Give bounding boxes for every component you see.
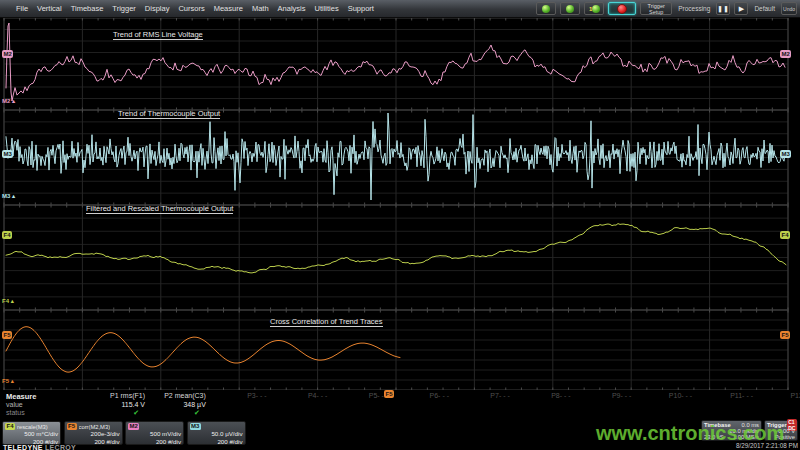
- timebase-title: Timebase: [704, 422, 731, 428]
- menu-items: FileVerticalTimebaseTriggerDisplayCursor…: [0, 4, 374, 13]
- menu-item-trigger[interactable]: Trigger: [112, 4, 135, 13]
- brand-lecroy: LECROY: [43, 444, 76, 450]
- ground-marker-M3[interactable]: M3 ▴: [2, 193, 15, 199]
- level-indicator-F5[interactable]: F5: [384, 390, 394, 398]
- annotation-M2: Trend of RMS Line Voltage: [113, 31, 203, 40]
- timebase-summary[interactable]: Timebase0.0 ms 20.0 ms/div 23.0 kS1.00 M…: [701, 420, 762, 441]
- menu-item-utilities[interactable]: Utilities: [315, 4, 339, 13]
- pause-icon: ❚❚: [717, 5, 729, 12]
- status-check-icon: ✔: [85, 409, 145, 417]
- play-icon: ▶: [739, 5, 744, 13]
- default-label: Default: [754, 5, 775, 12]
- measure-column-P4[interactable]: P4- - -: [267, 392, 327, 419]
- level-indicator-M3[interactable]: M3: [780, 150, 791, 158]
- descriptor-strip: F4rescale(M3)500 m°C/div200 #/divF5corr(…: [0, 420, 800, 450]
- menu-item-file[interactable]: File: [16, 4, 28, 13]
- channel-box-M3[interactable]: M350.0 µV/div200 #/div: [187, 421, 246, 445]
- channel-tag-M2: M2: [128, 423, 139, 430]
- timebase-samples: 23.0 kS: [704, 434, 724, 440]
- single-icon: [592, 5, 600, 13]
- measure-column-P8[interactable]: P8- - -: [511, 392, 571, 419]
- level-indicator-M2[interactable]: M2: [2, 50, 13, 58]
- level-indicator-F4[interactable]: F4: [780, 231, 790, 239]
- trigger-summary[interactable]: TriggerC1 DC 0.00 V Positive: [764, 420, 798, 441]
- measure-label: P12- - -: [754, 392, 800, 399]
- brand-logo: TELEDYNE LECROY: [3, 444, 76, 450]
- measure-label: P9- - -: [571, 392, 631, 399]
- status-check-icon: ✔: [146, 409, 206, 417]
- measure-label: P1 rms(F1): [85, 392, 145, 399]
- measure-label: P2 mean(C3): [146, 392, 206, 399]
- measure-column-P2[interactable]: P2 mean(C3)348 µV✔: [146, 392, 206, 419]
- measure-column-P1[interactable]: P1 rms(F1)115.4 V✔: [85, 392, 145, 419]
- annotation-F5: Cross Correlation of Trend Traces: [270, 318, 383, 327]
- measure-column-P12[interactable]: P12- - -: [754, 392, 800, 419]
- channel-box-F5[interactable]: F5corr(M2,M3)200e-3/div200 #/div: [64, 421, 123, 445]
- ground-marker-F4[interactable]: F4 ▴: [2, 298, 14, 304]
- channel-tag-F4: F4: [5, 423, 15, 430]
- datetime: 8/29/2017 2:21:08 PM: [736, 442, 798, 449]
- measure-column-P11[interactable]: P11- - -: [693, 392, 753, 419]
- menu-item-display[interactable]: Display: [145, 4, 170, 13]
- measure-panel: Measure value status P1 rms(F1)115.4 V✔P…: [0, 390, 800, 420]
- brand-teledyne: TELEDYNE: [3, 444, 43, 450]
- ground-marker-M2[interactable]: M2 ▴: [2, 98, 15, 104]
- pause-button[interactable]: ❚❚: [716, 2, 730, 15]
- trigger-setup-button[interactable]: Trigger Setup: [640, 2, 672, 15]
- channel-scale-2: 200 #/div: [190, 438, 243, 446]
- measure-label: P10- - -: [632, 392, 692, 399]
- channel-scale-1: 500 m°C/div: [5, 430, 58, 438]
- channel-scale-1: 500 mV/div: [128, 430, 181, 438]
- measure-column-P7[interactable]: P7- - -: [450, 392, 510, 419]
- record-button[interactable]: [608, 2, 636, 15]
- undo-button[interactable]: Undo: [781, 2, 797, 15]
- single-acquire-button[interactable]: 1: [584, 2, 604, 15]
- channel-scale-1: 50.0 µV/div: [190, 430, 243, 438]
- trigger-slope: Positive: [775, 434, 795, 440]
- display-refresh-icon[interactable]: [560, 2, 580, 15]
- level-indicator-M3[interactable]: M3: [2, 150, 13, 158]
- auto-setup-gear-icon[interactable]: [536, 2, 556, 15]
- measure-column-P3[interactable]: P3- - -: [207, 392, 267, 419]
- level-indicator-F5[interactable]: F5: [780, 331, 790, 339]
- menu-item-math[interactable]: Math: [252, 4, 269, 13]
- measure-label: P11- - -: [693, 392, 753, 399]
- level-indicator-F5[interactable]: F5: [2, 331, 12, 339]
- record-icon: [617, 4, 627, 14]
- channel-box-M2[interactable]: M2500 mV/div200 #/div: [125, 421, 184, 445]
- measure-row-label: Measure: [6, 392, 36, 401]
- measure-label: P5- - -: [328, 392, 388, 399]
- channel-scale-1: 200e-3/div: [67, 430, 120, 438]
- channel-box-F4[interactable]: F4rescale(M3)500 m°C/div200 #/div: [2, 421, 61, 445]
- menu-item-measure[interactable]: Measure: [214, 4, 243, 13]
- menu-item-support[interactable]: Support: [348, 4, 374, 13]
- level-indicator-F4[interactable]: F4: [2, 231, 12, 239]
- measure-column-P10[interactable]: P10- - -: [632, 392, 692, 419]
- channel-source: rescale(M3): [17, 424, 48, 430]
- play-button[interactable]: ▶: [734, 2, 748, 15]
- measure-value: 348 µV: [146, 401, 206, 408]
- menu-item-timebase[interactable]: Timebase: [71, 4, 104, 13]
- channel-source: corr(M2,M3): [79, 424, 111, 430]
- measure-column-P5[interactable]: P5- - -: [328, 392, 388, 419]
- menu-item-vertical[interactable]: Vertical: [37, 4, 62, 13]
- refresh-icon: [566, 5, 574, 13]
- processing-status: Processing: [678, 5, 710, 12]
- measure-label: P3- - -: [207, 392, 267, 399]
- channel-tag-F5: F5: [67, 423, 77, 430]
- channel-tag-M3: M3: [190, 423, 201, 430]
- measure-column-P6[interactable]: P6- - -: [389, 392, 449, 419]
- status-row-label: status: [6, 409, 25, 416]
- level-indicator-M2[interactable]: M2: [780, 50, 791, 58]
- menu-item-analysis[interactable]: Analysis: [278, 4, 306, 13]
- annotation-M3: Trend of Thermocouple Output: [118, 110, 220, 119]
- channel-scale-2: 200 #/div: [128, 438, 181, 446]
- menu-item-cursors[interactable]: Cursors: [178, 4, 204, 13]
- gear-icon: [542, 5, 550, 13]
- menu-bar: FileVerticalTimebaseTriggerDisplayCursor…: [0, 0, 800, 18]
- value-row-label: value: [6, 401, 23, 408]
- measure-column-P9[interactable]: P9- - -: [571, 392, 631, 419]
- measure-label: P8- - -: [511, 392, 571, 399]
- ground-marker-F5[interactable]: F5 ▴: [2, 378, 14, 384]
- oscilloscope-app: FileVerticalTimebaseTriggerDisplayCursor…: [0, 0, 800, 450]
